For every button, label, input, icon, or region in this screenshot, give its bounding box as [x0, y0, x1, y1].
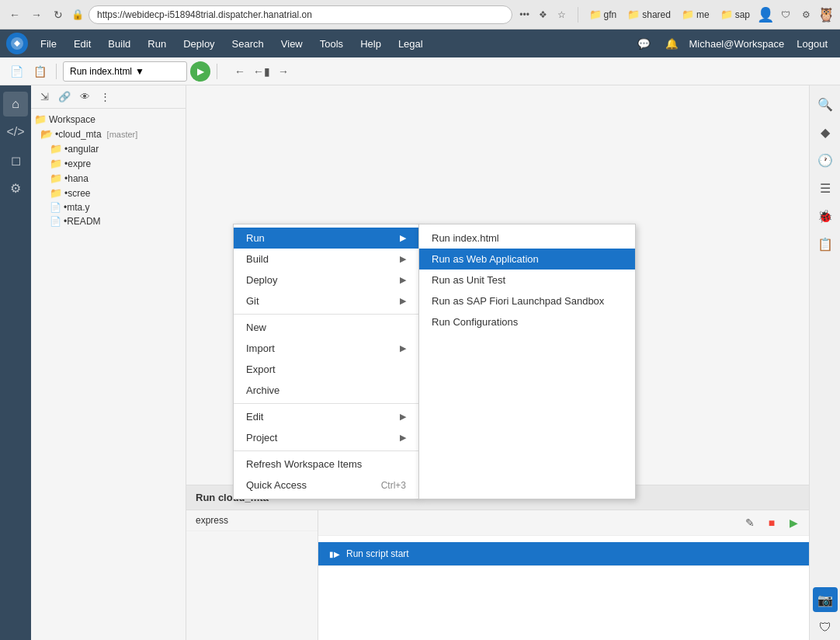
cm-deploy[interactable]: Deploy ▶	[234, 270, 418, 290]
list-icon-btn[interactable]: ☰	[813, 176, 838, 200]
more-btn[interactable]: ⋮	[96, 89, 113, 106]
copy-btn[interactable]: 📋	[30, 61, 50, 82]
chat-icon-btn[interactable]: 💬	[633, 33, 654, 54]
package-icon-btn[interactable]: ◻	[3, 148, 28, 172]
bookmark-sap[interactable]: 📁 sap	[717, 7, 753, 22]
collapse-btn[interactable]: ⇲	[36, 89, 53, 106]
settings-icon-btn[interactable]: ⚙	[3, 176, 28, 200]
preview-btn[interactable]: 👁	[76, 89, 93, 106]
menu-file[interactable]: File	[33, 35, 64, 53]
folder-closed-icon: 📁	[50, 143, 62, 155]
home-icon-btn[interactable]: ⌂	[3, 92, 28, 117]
bookmark-shared[interactable]: 📁 shared	[624, 7, 674, 22]
tree-item-cloud-mta[interactable]: 📂 •cloud_mta [master]	[31, 127, 186, 141]
nav-back-btn[interactable]: ←	[230, 61, 250, 82]
tree-item-expre[interactable]: 📁 •expre	[31, 156, 186, 171]
cm-import[interactable]: Import ▶	[234, 338, 418, 359]
bottom-actions: ✎ ■ ▶	[318, 510, 809, 536]
user-circle-icon[interactable]: 👤	[758, 7, 773, 23]
cm-export-label: Export	[246, 363, 276, 375]
file-icon: 📄	[50, 202, 61, 213]
bell-icon-btn[interactable]: 🔔	[661, 33, 682, 54]
cm-run[interactable]: Run ▶	[234, 228, 418, 249]
arrow-icon: ▶	[400, 254, 406, 264]
extension-icon[interactable]: ⚙	[798, 7, 814, 23]
pocket-icon[interactable]: ❖	[536, 7, 551, 23]
run-config-selector[interactable]: Run index.html ▼	[63, 61, 187, 82]
cm-edit[interactable]: Edit ▶	[234, 406, 418, 427]
menu-view[interactable]: View	[273, 35, 311, 53]
menu-edit[interactable]: Edit	[66, 35, 99, 53]
menu-tools[interactable]: Tools	[312, 35, 351, 53]
shield-security-icon-btn[interactable]: 🛡	[813, 615, 838, 640]
sm-run-web[interactable]: Run as Web Application	[419, 249, 635, 270]
editor-with-overlay: Run ▶ Build ▶ Deploy ▶ Git ▶	[186, 85, 809, 640]
avatar-icon[interactable]: 🦉	[818, 7, 834, 23]
more-icon[interactable]: •••	[517, 7, 533, 23]
shield-icon[interactable]: 🛡	[778, 7, 793, 23]
bug-icon-btn[interactable]: 🐞	[813, 203, 838, 228]
tree-item-angular[interactable]: 📁 •angular	[31, 141, 186, 156]
sm-run-index[interactable]: Run index.html	[419, 228, 635, 249]
code-icon-btn[interactable]: </>	[3, 120, 28, 144]
star-icon[interactable]: ☆	[554, 7, 570, 23]
refresh-button[interactable]: ↻	[50, 6, 67, 23]
menu-build[interactable]: Build	[100, 35, 138, 53]
bottom-right-content: ▮▶ Run script start	[318, 536, 809, 640]
tree-item-mta[interactable]: 📄 •mta.y	[31, 200, 186, 214]
item-label: •READM	[64, 216, 101, 227]
clock-icon-btn[interactable]: 🕐	[813, 148, 838, 172]
clipboard-icon-btn[interactable]: 📋	[813, 231, 838, 256]
run-play-button[interactable]: ▶	[190, 61, 210, 82]
menu-bar: File Edit Build Run Deploy Search View T…	[0, 30, 840, 57]
menu-search[interactable]: Search	[224, 35, 272, 53]
tree-item-hana[interactable]: 📁 •hana	[31, 171, 186, 186]
back-button[interactable]: ←	[6, 6, 23, 23]
cm-export[interactable]: Export	[234, 359, 418, 380]
sm-run-fiori[interactable]: Run as SAP Fiori Launchpad Sandbox	[419, 290, 635, 311]
link-btn[interactable]: 🔗	[56, 89, 73, 106]
cm-project[interactable]: Project ▶	[234, 427, 418, 448]
nav-prev-btn[interactable]: ←▮	[252, 61, 272, 82]
tree-item-scree[interactable]: 📁 •scree	[31, 186, 186, 200]
edit-btn[interactable]: ✎	[741, 513, 759, 532]
nav-next-btn[interactable]: →	[273, 61, 293, 82]
bookmark-me[interactable]: 📁 me	[679, 7, 713, 22]
camera-icon-btn[interactable]: 📷	[813, 587, 838, 612]
cm-build[interactable]: Build ▶	[234, 249, 418, 270]
item-label: •mta.y	[64, 202, 90, 213]
toolbar: 📄 📋 Run index.html ▼ ▶ ← ←▮ →	[0, 57, 840, 85]
diamond-icon-btn[interactable]: ◆	[813, 120, 838, 144]
forward-button[interactable]: →	[28, 6, 45, 23]
arrow-icon: ▶	[400, 275, 406, 285]
menu-legal[interactable]: Legal	[390, 35, 431, 53]
toolbar-separator	[56, 64, 57, 79]
workspace-root[interactable]: 📁 Workspace	[31, 112, 186, 127]
cm-build-label: Build	[246, 253, 269, 265]
sm-run-configs[interactable]: Run Configurations	[419, 311, 635, 332]
play-btn[interactable]: ▶	[784, 513, 803, 532]
search-icon-btn[interactable]: 🔍	[813, 92, 838, 117]
cm-quick-access[interactable]: Quick Access Ctrl+3	[234, 475, 418, 496]
cm-new[interactable]: New	[234, 317, 418, 338]
tree-item-readme[interactable]: 📄 •READM	[31, 214, 186, 228]
cm-separator-2	[234, 403, 418, 404]
menu-run[interactable]: Run	[140, 35, 174, 53]
bottom-panel: Run cloud_mta express ✎ ■ ▶	[186, 485, 809, 640]
sm-run-unit[interactable]: Run as Unit Test	[419, 270, 635, 290]
cm-git[interactable]: Git ▶	[234, 290, 418, 311]
logout-button[interactable]: Logout	[790, 35, 834, 53]
bookmarks-bar: 📁 gfn 📁 shared 📁 me 📁 sap 👤 🛡 ⚙ 🦉	[586, 7, 834, 23]
bottom-left-express[interactable]: express	[186, 510, 318, 531]
menu-help[interactable]: Help	[352, 35, 389, 53]
menu-deploy[interactable]: Deploy	[175, 35, 222, 53]
url-bar[interactable]	[89, 5, 512, 24]
cm-refresh[interactable]: Refresh Workspace Items	[234, 454, 418, 475]
cm-archive[interactable]: Archive	[234, 380, 418, 401]
stop-btn[interactable]: ■	[762, 513, 781, 532]
new-file-btn[interactable]: 📄	[6, 61, 26, 82]
run-script-item[interactable]: ▮▶ Run script start	[318, 542, 809, 566]
sm-label: Run as Unit Test	[432, 274, 505, 286]
folder-icon: 📁	[627, 9, 640, 20]
bookmark-gfn[interactable]: 📁 gfn	[586, 7, 620, 22]
